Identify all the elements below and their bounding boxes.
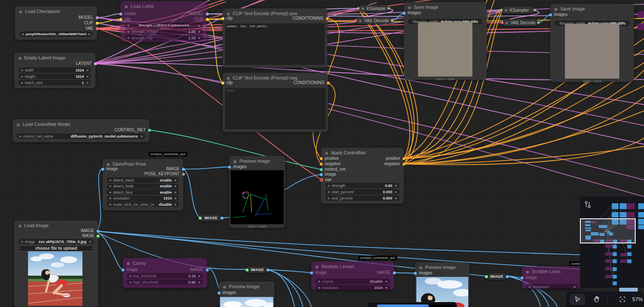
openpose-pose[interactable]: OpenPose PoseimageIMAGEPOSE_KEYPOINT◀det… xyxy=(103,159,183,210)
load-image[interactable]: Load ImageIMAGEMASK◀imagexxx akRp1k7G_70… xyxy=(14,220,98,307)
collapse-dot[interactable] xyxy=(408,6,411,9)
collapse-dot[interactable] xyxy=(316,266,318,269)
clip-text-encode-pos-input-clip[interactable]: clip xyxy=(223,16,233,21)
collapse-dot[interactable] xyxy=(554,8,557,11)
fit-view-button[interactable] xyxy=(615,294,630,305)
apply-controlnet-input-image[interactable]: image xyxy=(321,172,336,177)
minimap[interactable] xyxy=(580,197,644,288)
canny-widget-high_threshold[interactable]: ◀high_threshold0.80▶ xyxy=(127,279,203,285)
ksampler-1-in-dot[interactable] xyxy=(357,7,359,10)
openpose-pose-input-image[interactable]: image xyxy=(103,166,118,171)
apply-controlnet-output-positive[interactable]: positive xyxy=(386,156,404,161)
canny-input-image[interactable]: image xyxy=(123,267,138,272)
apply-controlnet-widget-start_percent[interactable]: ◀start_percent0.000▶ xyxy=(325,189,400,194)
collapse-dot[interactable] xyxy=(419,266,422,269)
preview-image-sky[interactable]: Preview Imageimages xyxy=(219,281,275,307)
collapse-dot[interactable] xyxy=(107,163,110,166)
vae-decode-2[interactable]: VAE Decode xyxy=(502,19,538,26)
load-checkpoint[interactable]: Load CheckpointMODELCLIPVAE◀ponyDiffusio… xyxy=(15,6,97,40)
empty-latent-image-widget-height[interactable]: ◀height1024▶ xyxy=(18,74,91,79)
clip-text-encode-neg[interactable]: CLIP Text Encode (Prompt) negclipCONDITI… xyxy=(223,73,328,132)
preview-image-woman[interactable]: Preview Imageimages xyxy=(415,262,470,307)
vae-decode-1-out-dot[interactable] xyxy=(391,19,393,22)
vae-decode-1[interactable]: VAE Decode xyxy=(356,17,392,24)
load-controlnet-model[interactable]: Load ControlNet ModelCONTROL_NET◀control… xyxy=(13,119,149,142)
preview-image-sky-input-images[interactable]: images xyxy=(219,290,236,295)
load-checkpoint-output-MODEL[interactable]: MODEL xyxy=(78,15,97,20)
realistic-lineart-output-IMAGE[interactable]: IMAGE xyxy=(377,270,394,275)
load-controlnet-model-output-CONTROL_NET[interactable]: CONTROL_NET xyxy=(115,128,149,133)
collapse-dot[interactable] xyxy=(505,22,508,24)
openpose-pose-widget-resolution[interactable]: ◀resolution1024▶ xyxy=(107,196,179,201)
canny[interactable]: CannyimageIMAGE◀low_threshold0.16▶◀high_… xyxy=(123,258,207,288)
empty-latent-image-output-LATENT[interactable]: LATENT xyxy=(76,61,95,66)
collapse-dot[interactable] xyxy=(125,5,128,8)
bottom-menu-bar[interactable] xyxy=(367,302,457,307)
openpose-pose-output-IMAGE[interactable]: IMAGE xyxy=(166,166,183,171)
realistic-lineart[interactable]: Realistic LineartimageIMAGE◀coarsedisabl… xyxy=(311,261,394,290)
save-image-1[interactable]: Save Imageimagesfilename_prefix%date:yyy… xyxy=(404,2,487,80)
preview-image-pose[interactable]: Preview Imageimages 1024 × 1024 xyxy=(229,156,285,228)
collapse-dot[interactable] xyxy=(227,77,230,80)
canny-widget-low_threshold[interactable]: ◀low_threshold0.16▶ xyxy=(127,273,203,279)
load-controlnet-model-widget-control_net_name[interactable]: ◀control_net_namediffusion_pytorch_model… xyxy=(17,133,145,139)
load-lora-input-model[interactable]: model xyxy=(121,11,136,16)
ksampler-2[interactable]: KSampler xyxy=(501,7,534,13)
save-image-2-input-images[interactable]: images xyxy=(550,12,567,17)
collapse-dot[interactable] xyxy=(18,57,21,60)
collapse-dot[interactable] xyxy=(362,8,364,10)
reroute-image-1-in-dot[interactable] xyxy=(199,217,202,220)
scribble-lines-widget-resolution[interactable]: ◀resolution▶ xyxy=(526,284,578,289)
apply-controlnet-widget-end_percent[interactable]: ◀end_percent0.900▶ xyxy=(325,195,400,201)
reroute-image-3-out-dot[interactable] xyxy=(506,275,509,278)
clip-text-encode-pos-output-CONDITIONING[interactable]: CONDITIONING xyxy=(292,16,327,21)
load-checkpoint-output-CLIP[interactable]: CLIP xyxy=(84,20,97,26)
load-checkpoint-output-VAE[interactable]: VAE xyxy=(85,26,97,31)
realistic-lineart-input-image[interactable]: image xyxy=(311,270,326,275)
load-lora-output-CLIP[interactable]: CLIP xyxy=(194,17,207,22)
pan-tool-button[interactable] xyxy=(589,294,604,305)
collapse-dot[interactable] xyxy=(223,286,226,289)
apply-controlnet-input-positive[interactable]: positive xyxy=(321,156,339,161)
empty-latent-image-widget-width[interactable]: ◀width1024▶ xyxy=(18,67,91,73)
openpose-pose-output-POSE_KEYPOINT[interactable]: POSE_KEYPOINT xyxy=(144,171,183,177)
clip-text-encode-neg-text[interactable]: text xyxy=(225,88,326,129)
realistic-lineart-widget-coarse[interactable]: ◀coarsedisable▶ xyxy=(316,279,390,284)
apply-controlnet-output-negative[interactable]: negative xyxy=(384,161,404,166)
reroute-image-2-in-dot[interactable] xyxy=(246,269,249,271)
apply-controlnet-input-control_net[interactable]: control_net xyxy=(321,167,345,172)
empty-latent-image[interactable]: Empty Latent ImageLATENT◀width1024▶◀heig… xyxy=(14,53,95,88)
load-lora-input-clip[interactable]: clip xyxy=(121,17,131,22)
clip-text-encode-pos-text[interactable]: woman, tan, red pants, xyxy=(225,23,325,65)
empty-latent-image-widget-batch_size[interactable]: ◀batch_size1▶ xyxy=(18,80,91,85)
load-checkpoint-widget-0[interactable]: ◀ponyDiffusionV6XL_v6StartWithThisOne...… xyxy=(19,31,93,37)
preview-image-woman-input-images[interactable]: images xyxy=(415,271,432,276)
collapse-dot[interactable] xyxy=(19,10,22,13)
clip-text-encode-neg-output-CONDITIONING[interactable]: CONDITIONING xyxy=(293,80,328,85)
vae-decode-2-in-dot[interactable] xyxy=(501,21,503,24)
load-image-upload-button[interactable]: choose file to upload xyxy=(18,245,94,251)
load-image-output-MASK[interactable]: MASK xyxy=(82,233,98,238)
apply-controlnet-widget-strength[interactable]: ◀strength0.60▶ xyxy=(325,183,400,188)
collapse-dot[interactable] xyxy=(505,9,507,12)
load-lora-widget-strength_model[interactable]: ◀strength_model1.00▶ xyxy=(125,29,203,34)
openpose-pose-widget-detect_body[interactable]: ◀detect_bodyenable▶ xyxy=(107,184,179,189)
load-image-widget-image[interactable]: ◀imagexxx akRp1k7G_700w_0.jpg▶ xyxy=(18,239,94,244)
apply-controlnet-input-negative[interactable]: negative xyxy=(321,161,341,166)
ksampler-1-out-dot[interactable] xyxy=(387,7,390,10)
preview-image-pose-input-images[interactable]: images xyxy=(229,164,246,169)
reroute-image-2-out-dot[interactable] xyxy=(267,269,269,271)
collapse-dot[interactable] xyxy=(127,262,130,265)
scribble-lines[interactable]: Scribble Linesimage◀resolution▶ xyxy=(522,266,582,289)
apply-controlnet-input-vae[interactable]: vae xyxy=(321,177,331,182)
collapse-dot[interactable] xyxy=(359,20,362,22)
load-lora[interactable]: Load LoRAmodelclipMODELCLIP◀Strength_LoR… xyxy=(121,1,207,42)
reroute-image-2[interactable]: IMAGE xyxy=(247,266,268,273)
load-lora-widget-0[interactable]: ◀Strength_LoRAV1.0.safetensors▶ xyxy=(125,23,203,28)
realistic-lineart-widget-resolution[interactable]: ◀resolution1024▶ xyxy=(316,285,390,290)
reroute-image-3[interactable]: IMAGE xyxy=(486,273,507,280)
reroute-image-1-out-dot[interactable] xyxy=(221,217,223,220)
clip-text-encode-pos[interactable]: CLIP Text Encode (Prompt) posclipCONDITI… xyxy=(223,8,327,68)
collapse-dot[interactable] xyxy=(17,123,20,126)
scribble-lines-input-image[interactable]: image xyxy=(522,275,537,280)
